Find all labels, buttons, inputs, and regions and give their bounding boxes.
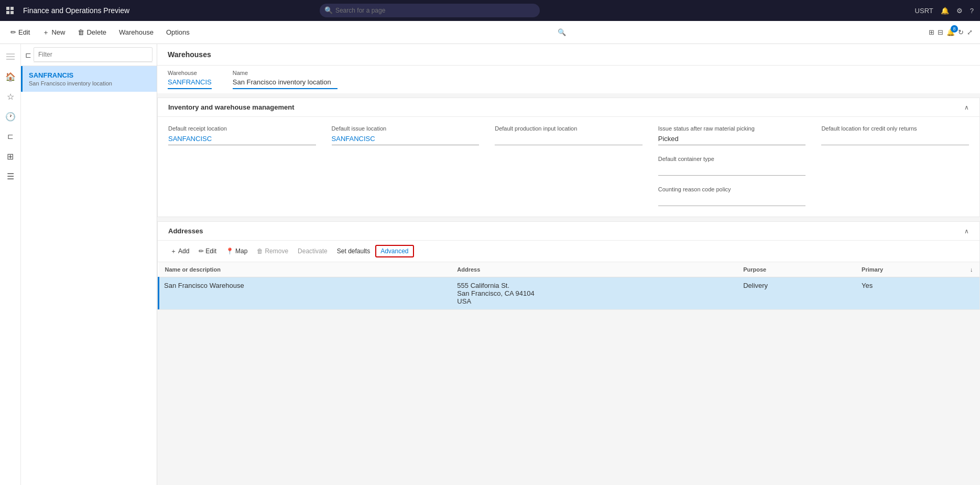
counting-reason-code-label: Counting reason code policy	[658, 186, 806, 192]
row-primary: Yes	[855, 277, 964, 310]
maximize-icon[interactable]: ⤢	[967, 28, 973, 36]
bell-icon[interactable]: 🔔	[941, 7, 949, 15]
inventory-section: Inventory and warehouse management ∧ Def…	[157, 98, 980, 217]
top-bar: Finance and Operations Preview 🔍 USRT 🔔 …	[0, 0, 980, 21]
col-primary: Primary	[855, 262, 964, 277]
recent-icon[interactable]: 🕐	[2, 108, 19, 125]
default-container-type-label: Default container type	[658, 156, 806, 162]
default-production-input-value[interactable]	[495, 135, 643, 145]
default-receipt-location-value[interactable]: SANFANCISC	[168, 135, 316, 145]
advanced-button[interactable]: Advanced	[375, 245, 413, 257]
col-sort: ↓	[964, 262, 979, 277]
default-credit-returns-field: Default location for credit only returns	[821, 125, 969, 145]
issue-status-value[interactable]: Picked	[658, 135, 806, 145]
edit-address-button[interactable]: ✏ Edit	[194, 246, 221, 256]
delete-button[interactable]: 🗑 Delete	[72, 26, 112, 38]
counting-reason-code-value[interactable]	[658, 196, 806, 206]
default-credit-returns-value[interactable]	[821, 135, 969, 145]
filter-icon[interactable]: ⊏	[2, 128, 19, 145]
addresses-chevron-icon: ∧	[964, 228, 969, 235]
list-panel: ⊏ SANFRANCIS San Francisco inventory loc…	[21, 44, 157, 485]
settings-icon[interactable]: ⚙	[956, 7, 963, 15]
list-item-sanfrancis[interactable]: SANFRANCIS San Francisco inventory locat…	[21, 66, 157, 92]
inventory-chevron-icon: ∧	[964, 104, 969, 111]
sidebar-icons: 🏠 ☆ 🕐 ⊏ ⊞ ☰	[0, 44, 21, 485]
action-search-icon[interactable]: 🔍	[555, 26, 569, 39]
notification-icon[interactable]: 🔔 8	[946, 28, 955, 36]
map-icon: 📍	[226, 247, 234, 255]
row-purpose: Delivery	[737, 277, 855, 310]
inventory-section-header[interactable]: Inventory and warehouse management ∧	[158, 98, 979, 117]
set-defaults-button[interactable]: Set defaults	[333, 246, 374, 256]
warehouse-label: Warehouse	[168, 70, 212, 76]
user-label: USRT	[915, 7, 933, 15]
default-production-input-label: Default production input location	[495, 125, 643, 132]
addresses-toolbar: ＋ Add ✏ Edit 📍 Map 🗑 Remove Deactivate	[158, 241, 979, 262]
row-sort	[964, 277, 979, 310]
bottom-spacer	[157, 310, 980, 415]
default-issue-location-value[interactable]: SANFANCISC	[332, 135, 480, 145]
options-button[interactable]: Options	[161, 26, 195, 38]
help-icon[interactable]: ?	[970, 7, 974, 15]
default-container-type-field: Default container type	[658, 156, 806, 176]
default-issue-location-field: Default issue location SANFANCISC	[332, 125, 480, 145]
edit-icon: ✏	[10, 28, 16, 36]
inventory-section-title: Inventory and warehouse management	[168, 103, 295, 111]
col-address: Address	[451, 262, 737, 277]
list-item-title: SANFRANCIS	[29, 71, 150, 79]
grid-view-icon[interactable]: ⊞	[929, 28, 934, 36]
remove-icon: 🗑	[257, 247, 263, 255]
default-credit-returns-label: Default location for credit only returns	[821, 125, 969, 132]
counting-reason-code-field: Counting reason code policy	[658, 186, 806, 206]
list-icon[interactable]: ☰	[2, 168, 19, 185]
search-icon: 🔍	[324, 6, 333, 14]
edit-address-icon: ✏	[199, 247, 204, 255]
default-receipt-location-label: Default receipt location	[168, 125, 316, 132]
split-view-icon[interactable]: ⊟	[938, 28, 943, 36]
remove-button[interactable]: 🗑 Remove	[253, 246, 292, 256]
warehouses-header: Warehouses	[157, 44, 980, 66]
addresses-table: Name or description Address Purpose Prim…	[158, 262, 979, 309]
inventory-form-grid: Default receipt location SANFANCISC Defa…	[158, 117, 979, 217]
default-issue-location-label: Default issue location	[332, 125, 480, 132]
global-search[interactable]: 🔍	[320, 4, 540, 17]
default-container-type-value[interactable]	[658, 165, 806, 176]
warehouse-name-row: Warehouse SANFRANCIS Name San Francisco …	[157, 66, 980, 89]
add-address-button[interactable]: ＋ Add	[166, 245, 193, 257]
edit-button[interactable]: ✏ Edit	[5, 26, 35, 38]
addresses-section-title: Addresses	[168, 227, 203, 235]
search-input[interactable]	[320, 4, 540, 17]
hamburger-menu[interactable]	[2, 48, 19, 65]
name-label: Name	[233, 70, 337, 76]
warehouse-button[interactable]: Warehouse	[114, 26, 159, 38]
main-layout: 🏠 ☆ 🕐 ⊏ ⊞ ☰ ⊏ SANFRANCIS San Francisco i…	[0, 44, 980, 485]
favorites-icon[interactable]: ☆	[2, 88, 19, 105]
deactivate-button[interactable]: Deactivate	[293, 246, 332, 256]
add-address-icon: ＋	[170, 247, 177, 256]
warehouse-col: Warehouse SANFRANCIS	[168, 70, 212, 89]
list-filter-input[interactable]	[34, 47, 153, 62]
app-title: Finance and Operations Preview	[23, 6, 129, 15]
name-value: San Francisco inventory location	[233, 78, 337, 89]
table-row[interactable]: San Francisco Warehouse 555 California S…	[159, 277, 980, 310]
table-icon[interactable]: ⊞	[2, 148, 19, 165]
detail-panel: Warehouses Warehouse SANFRANCIS Name San…	[157, 44, 980, 485]
addresses-section: Addresses ∧ ＋ Add ✏ Edit 📍 Map 🗑	[157, 221, 980, 310]
warehouse-value: SANFRANCIS	[168, 78, 212, 89]
action-bar: ✏ Edit ＋ New 🗑 Delete Warehouse Options …	[0, 21, 980, 44]
default-receipt-location-field: Default receipt location SANFANCISC	[168, 125, 316, 145]
warehouses-title: Warehouses	[168, 50, 970, 59]
issue-status-label: Issue status after raw material picking	[658, 125, 806, 132]
refresh-icon[interactable]: ↻	[958, 28, 964, 36]
new-button[interactable]: ＋ New	[37, 26, 70, 39]
list-filter-icon[interactable]: ⊏	[25, 51, 31, 59]
home-icon[interactable]: 🏠	[2, 68, 19, 85]
default-production-input-field: Default production input location	[495, 125, 643, 145]
row-address: 555 California St. San Francisco, CA 941…	[451, 277, 737, 310]
col-name-or-description: Name or description	[159, 262, 451, 277]
map-button[interactable]: 📍 Map	[222, 246, 252, 256]
col-purpose: Purpose	[737, 262, 855, 277]
top-bar-right: USRT 🔔 ⚙ ?	[915, 7, 974, 15]
apps-icon[interactable]	[6, 7, 14, 14]
addresses-section-header[interactable]: Addresses ∧	[158, 222, 979, 241]
